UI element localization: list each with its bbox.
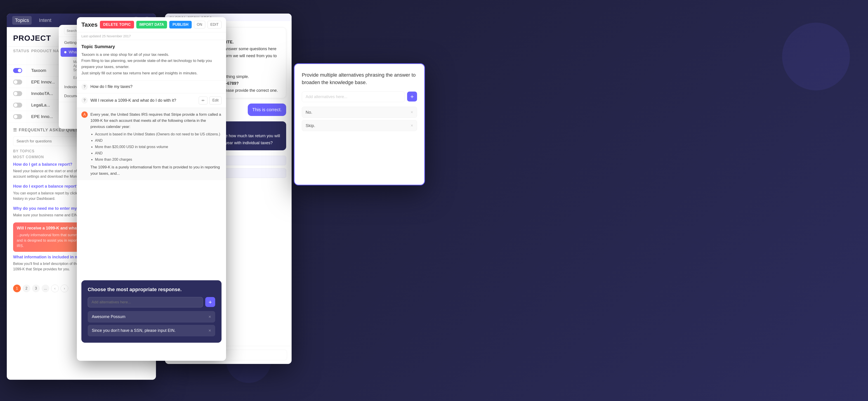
question-edit-icon[interactable]: ✏ — [199, 96, 208, 104]
edit-button[interactable]: EDIT — [208, 21, 221, 29]
bullet-3: More than $20,000 USD in total gross vol… — [95, 144, 221, 150]
col-status: STATUS — [13, 49, 31, 62]
choose-response-title: Choose the most appropriate response. — [88, 287, 215, 292]
alternatives-title: Provide multiple alternatives phrasing t… — [302, 71, 417, 86]
answer-additional-text: The 1099-K is a purely informational for… — [90, 164, 221, 176]
choose-response-modal: Choose the most appropriate response. + … — [81, 280, 221, 343]
response-add-button[interactable]: + — [205, 297, 215, 307]
tab-intent[interactable]: Intent — [36, 16, 54, 25]
page-2-button[interactable]: 2 — [23, 285, 30, 292]
topic-updated: Last updated 25 November 2017 — [77, 32, 226, 40]
answer-content: Every year, the United States IRS requir… — [90, 112, 221, 177]
response-option-1[interactable]: Awesome Possum × — [88, 311, 215, 322]
alt-tag-close-2[interactable]: × — [410, 123, 413, 128]
topic-summary-text1: Taxoom is a one stop shop for all of you… — [81, 52, 221, 58]
alt-tag-text-1: No. — [306, 110, 312, 115]
alt-tag-close-1[interactable]: × — [410, 110, 413, 115]
response-option-2[interactable]: Since you don't have a SSN, please input… — [88, 325, 215, 336]
project-title: PROJECT — [13, 34, 51, 42]
topic-summary-section: Topic Summary Taxoom is a one stop shop … — [77, 40, 226, 81]
alt-tag-1: No. × — [302, 107, 417, 118]
question-num-2: ? — [81, 97, 88, 103]
status-toggle-1[interactable] — [13, 68, 22, 73]
alternatives-panel: Provide multiple alternatives phrasing t… — [294, 63, 425, 185]
bullet-5: More than 200 charges — [95, 157, 221, 162]
topic-name: Taxes — [81, 21, 98, 28]
question-text-2: Will I receive a 1099-K and what do I do… — [90, 98, 196, 103]
question-action-button[interactable]: Edit — [209, 96, 221, 104]
publish-button[interactable]: PUBLISH — [169, 21, 191, 29]
user-bubble-1: This is correct. — [248, 103, 286, 116]
bullet-2: AND — [95, 138, 221, 143]
answer-num: A — [81, 112, 88, 118]
alt-tag-2: Skip. × — [302, 120, 417, 131]
question-row-1: ? How do I file my taxes? — [77, 81, 226, 93]
answer-section: A Every year, the United States IRS requ… — [77, 108, 226, 180]
bullet-4: AND — [95, 151, 221, 156]
alternatives-input-row: + — [302, 92, 417, 102]
page-ellipsis-button[interactable]: ... — [41, 285, 49, 292]
topic-summary-title: Topic Summary — [81, 44, 221, 49]
page-next-button[interactable]: › — [61, 285, 68, 292]
bullet-1: Account is based in the United States (O… — [95, 131, 221, 137]
tab-topics[interactable]: Topics — [12, 16, 32, 25]
response-input[interactable] — [88, 297, 203, 307]
topic-toolbar: Taxes DELETE TOPIC IMPORT DATA PUBLISH O… — [77, 17, 226, 32]
nav-dot-icon — [64, 51, 66, 53]
faq-icon: ☰ — [13, 127, 17, 132]
question-row-2: ? Will I receive a 1099-K and what do I … — [77, 93, 226, 108]
topic-summary-text3: Just simply fill out some tax returns he… — [81, 70, 221, 76]
topic-summary-text2: From filing to tax planning, we provide … — [81, 58, 221, 70]
status-toggle-5[interactable] — [13, 114, 22, 119]
page-prev-button[interactable]: ‹ — [51, 285, 59, 292]
alternatives-add-button[interactable]: + — [407, 92, 417, 101]
response-close-2[interactable]: × — [209, 328, 211, 333]
choose-response-input-row: + — [88, 297, 215, 307]
answer-text: Every year, the United States IRS requir… — [90, 112, 221, 130]
question-num-1: ? — [81, 84, 88, 90]
bg-decoration-1 — [782, 23, 850, 90]
page-1-button[interactable]: 1 — [13, 285, 21, 292]
delete-topic-button[interactable]: DELETE TOPIC — [100, 21, 134, 29]
topic-main-panel: Taxes DELETE TOPIC IMPORT DATA PUBLISH O… — [77, 17, 226, 361]
status-toggle-4[interactable] — [13, 103, 22, 107]
page-3-button[interactable]: 3 — [32, 285, 40, 292]
question-actions-2: ✏ Edit — [199, 96, 221, 104]
alt-tag-text-2: Skip. — [306, 123, 315, 128]
on-button[interactable]: ON — [194, 21, 205, 29]
answer-bullets: Account is based in the United States (O… — [90, 131, 221, 162]
question-text-1: How do I file my taxes? — [90, 84, 221, 89]
status-toggle-2[interactable] — [13, 80, 22, 85]
import-data-button[interactable]: IMPORT DATA — [136, 21, 167, 29]
response-close-1[interactable]: × — [209, 314, 211, 319]
alternatives-input[interactable] — [302, 92, 405, 102]
status-toggle-3[interactable] — [13, 91, 22, 96]
